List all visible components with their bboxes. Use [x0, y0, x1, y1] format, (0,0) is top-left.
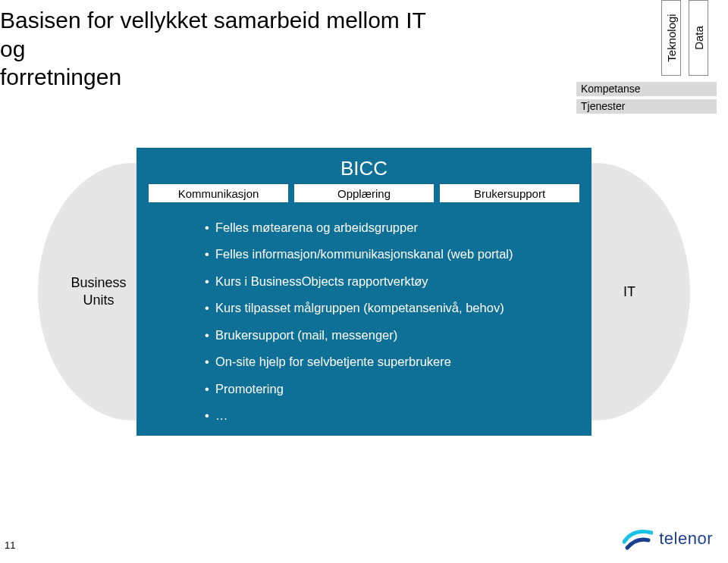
bicc-cell-opplaering: Opplæring — [294, 184, 434, 202]
telenor-logo-text: telenor — [659, 529, 713, 549]
list-item: On-site hjelp for selvbetjente superbruk… — [205, 354, 554, 370]
hbar-label: Kompetanse — [581, 83, 641, 95]
diagram-area: Business Units IT BICC Kommunikasjon Opp… — [46, 148, 682, 436]
bicc-cell-brukersupport: Brukersupport — [440, 184, 579, 202]
vertical-label-teknologi: Teknologi — [661, 0, 681, 76]
telenor-logo-icon — [623, 527, 653, 551]
vertical-label-text: Data — [692, 26, 705, 50]
ellipse-right-label: IT — [623, 284, 635, 300]
bicc-title: BICC — [136, 157, 592, 180]
list-item: Felles møtearena og arbeidsgrupper — [205, 220, 554, 236]
page-title: Basisen for vellykket samarbeid mellom I… — [0, 6, 455, 92]
bicc-bullet-list: Felles møtearena og arbeidsgrupper Felle… — [205, 220, 554, 435]
ellipse-left-label: Business Units — [71, 274, 126, 310]
list-item: Promotering — [205, 381, 554, 397]
bicc-block: BICC Kommunikasjon Opplæring Brukersuppo… — [136, 148, 592, 436]
bicc-cell-kommunikasjon: Kommunikasjon — [149, 184, 288, 202]
bicc-header-row: Kommunikasjon Opplæring Brukersupport — [149, 184, 579, 202]
list-item: Kurs tilpasset målgruppen (kompetanseniv… — [205, 300, 554, 316]
list-item: … — [205, 408, 554, 424]
vertical-label-data: Data — [689, 0, 708, 76]
hbar-kompetanse: Kompetanse — [576, 82, 717, 96]
hbar-label: Tjenester — [581, 100, 625, 112]
list-item: Kurs i BusinessObjects rapportverktøy — [205, 274, 554, 289]
hbar-tjenester: Tjenester — [576, 99, 717, 114]
list-item: Brukersupport (mail, messenger) — [205, 327, 554, 343]
title-line-2: forretningen — [0, 64, 121, 89]
vertical-label-text: Teknologi — [665, 14, 678, 61]
telenor-logo: telenor — [623, 527, 713, 551]
list-item: Felles informasjon/kommunikasjonskanal (… — [205, 246, 554, 262]
page-number: 11 — [5, 540, 15, 551]
title-line-1: Basisen for vellykket samarbeid mellom I… — [0, 8, 425, 61]
